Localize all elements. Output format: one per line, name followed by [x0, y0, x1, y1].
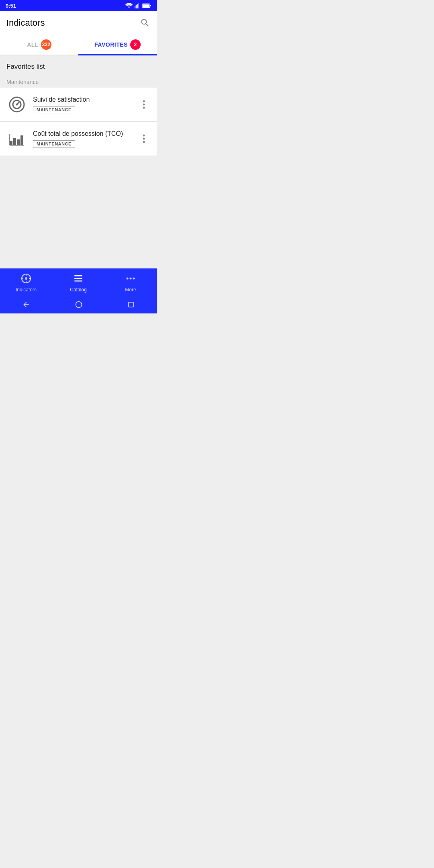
- svg-rect-3: [138, 3, 139, 8]
- section-subtitle: Maintenance: [0, 74, 157, 88]
- page-title: Indicators: [6, 18, 45, 28]
- svg-point-11: [143, 104, 145, 106]
- svg-rect-29: [74, 278, 82, 279]
- recents-button[interactable]: [127, 301, 135, 310]
- nav-more[interactable]: More: [104, 273, 157, 293]
- svg-point-19: [143, 135, 145, 137]
- wifi-icon: [125, 3, 133, 8]
- svg-rect-30: [74, 280, 82, 282]
- tab-all-badge: 332: [41, 39, 51, 50]
- item2-more-button[interactable]: [137, 134, 150, 143]
- more-icon: [125, 273, 136, 285]
- tab-favorites[interactable]: FAVORITES 2: [78, 35, 157, 55]
- item2-tag: MAINTENANCE: [33, 140, 75, 147]
- nav-indicators[interactable]: Indicators: [0, 273, 52, 293]
- svg-point-21: [143, 141, 145, 143]
- bar-chart-icon: [8, 130, 26, 147]
- svg-rect-13: [10, 141, 12, 145]
- item1-title: Suivi de satisfaction: [33, 96, 137, 103]
- search-button[interactable]: [140, 18, 150, 28]
- indicators-icon: [21, 273, 31, 285]
- svg-point-9: [16, 104, 18, 106]
- search-icon: [140, 18, 150, 28]
- section-header: Favorites list: [0, 55, 157, 74]
- home-button[interactable]: [75, 301, 83, 311]
- svg-rect-14: [13, 138, 16, 145]
- tab-all[interactable]: ALL 332: [0, 35, 78, 55]
- svg-point-12: [143, 107, 145, 109]
- svg-point-20: [143, 138, 145, 140]
- signal-icon: [135, 3, 140, 8]
- nav-catalog-label: Catalog: [70, 287, 86, 293]
- item1-tag: MAINTENANCE: [33, 106, 75, 113]
- status-icons: [125, 3, 151, 8]
- svg-point-31: [127, 278, 129, 280]
- svg-rect-2: [137, 4, 138, 8]
- status-bar: 9:51: [0, 0, 157, 11]
- svg-rect-6: [143, 4, 149, 7]
- svg-rect-5: [150, 5, 151, 6]
- status-time: 9:51: [6, 3, 16, 9]
- cards-container: Suivi de satisfaction MAINTENANCE: [0, 88, 157, 156]
- app-header: Indicators: [0, 11, 157, 35]
- tabs-container: ALL 332 FAVORITES 2: [0, 35, 157, 55]
- svg-rect-15: [17, 139, 20, 145]
- svg-point-23: [25, 277, 27, 280]
- android-nav: [0, 297, 157, 313]
- more-dots-icon: [143, 100, 145, 109]
- svg-point-10: [143, 100, 145, 102]
- nav-catalog[interactable]: Catalog: [52, 273, 104, 293]
- svg-rect-0: [135, 6, 135, 8]
- tab-favorites-label: FAVORITES: [94, 41, 128, 48]
- nav-more-label: More: [125, 287, 136, 293]
- item1-icon: [6, 94, 27, 115]
- more-dots-icon: [143, 134, 145, 143]
- svg-point-33: [133, 278, 135, 280]
- content-spacer: [0, 156, 157, 268]
- section-title: Favorites list: [6, 63, 45, 70]
- svg-point-32: [130, 278, 132, 280]
- list-item[interactable]: Suivi de satisfaction MAINTENANCE: [0, 88, 157, 122]
- tab-favorites-badge: 2: [130, 39, 141, 50]
- svg-rect-1: [136, 5, 137, 8]
- back-button[interactable]: [22, 301, 30, 311]
- battery-icon: [142, 3, 151, 8]
- svg-rect-28: [74, 275, 82, 276]
- item1-content: Suivi de satisfaction MAINTENANCE: [33, 96, 137, 113]
- item2-icon: [6, 128, 27, 149]
- bottom-nav: Indicators Catalog More: [0, 268, 157, 297]
- item1-more-button[interactable]: [137, 100, 150, 109]
- svg-rect-35: [129, 302, 133, 307]
- catalog-icon: [73, 273, 84, 285]
- item2-title: Coût total de possession (TCO): [33, 130, 137, 137]
- list-item[interactable]: Coût total de possession (TCO) MAINTENAN…: [0, 122, 157, 156]
- svg-point-34: [76, 301, 82, 307]
- nav-indicators-label: Indicators: [16, 287, 37, 293]
- gauge-icon: [8, 96, 26, 113]
- svg-rect-16: [20, 135, 23, 145]
- tab-all-label: ALL: [27, 41, 39, 48]
- item2-content: Coût total de possession (TCO) MAINTENAN…: [33, 130, 137, 147]
